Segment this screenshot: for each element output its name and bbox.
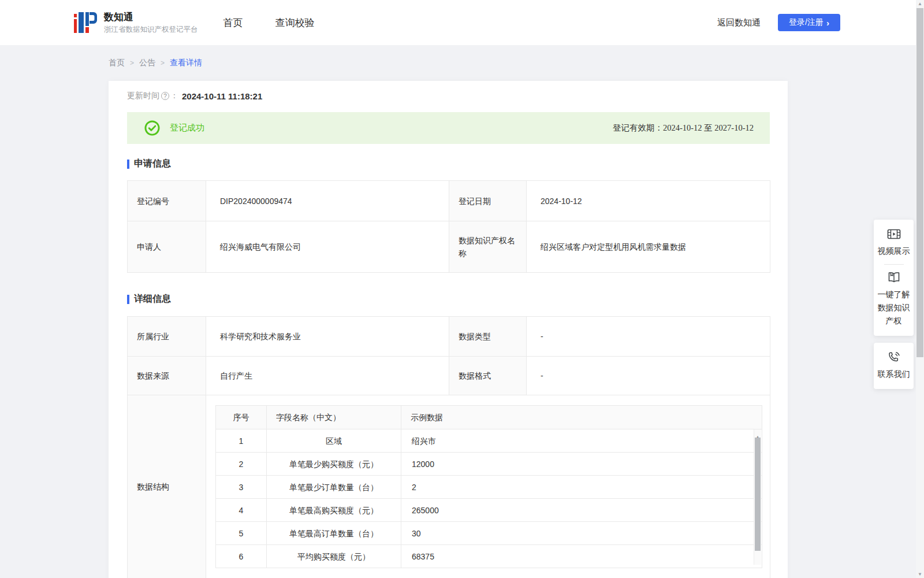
industry-value: 科学研究和技术服务业 bbox=[206, 317, 449, 357]
page-scrollbar[interactable]: ▲ ▼ bbox=[916, 0, 924, 578]
brand[interactable]: 数知通 浙江省数据知识产权登记平台 bbox=[74, 9, 198, 36]
breadcrumb-current: 查看详情 bbox=[170, 58, 202, 68]
learn-data-ip-button[interactable]: 一键了解数据知识产权 bbox=[877, 271, 910, 328]
breadcrumb-separator: > bbox=[130, 59, 134, 67]
reg-date-label: 登记日期 bbox=[449, 181, 527, 221]
top-header: 数知通 浙江省数据知识产权登记平台 首页 查询校验 返回数知通 登录/注册 › bbox=[0, 0, 924, 45]
reg-no-label: 登记编号 bbox=[128, 181, 206, 221]
video-demo-label: 视频展示 bbox=[877, 244, 910, 258]
detail-card: 更新时间 ? ： 2024-10-11 11:18:21 登记成功 登记有效期：… bbox=[109, 81, 788, 578]
data-source-value: 自行产生 bbox=[206, 357, 449, 395]
scrollbar-down-arrow-icon[interactable]: ▼ bbox=[916, 572, 924, 577]
chevron-right-icon: › bbox=[826, 18, 829, 27]
table-row: 登记编号 DIP2024000009474 登记日期 2024-10-12 bbox=[128, 181, 770, 221]
section-application-info: 申请信息 bbox=[127, 158, 171, 170]
breadcrumb-home[interactable]: 首页 bbox=[109, 58, 125, 68]
row-no: 3 bbox=[216, 476, 267, 499]
update-time-colon: ： bbox=[170, 91, 178, 101]
col-no: 序号 bbox=[216, 406, 267, 429]
application-info-table: 登记编号 DIP2024000009474 登记日期 2024-10-12 申请… bbox=[127, 180, 770, 273]
dip-name-value: 绍兴区域客户对定型机用风机需求量数据 bbox=[527, 221, 770, 273]
table-row: 1 区域 绍兴市 bbox=[216, 429, 762, 453]
table-row: 2 单笔最少购买额度（元） 12000 bbox=[216, 453, 762, 476]
applicant-value: 绍兴海威电气有限公司 bbox=[206, 221, 449, 273]
section-application-title: 申请信息 bbox=[134, 158, 171, 170]
inner-table-scrollbar[interactable]: ▲ bbox=[754, 429, 761, 565]
back-to-shuzhitong-link[interactable]: 返回数知通 bbox=[717, 17, 761, 28]
phone-icon bbox=[887, 351, 901, 364]
row-no: 5 bbox=[216, 522, 267, 545]
update-time-value: 2024-10-11 11:18:21 bbox=[182, 91, 262, 101]
breadcrumb-separator: > bbox=[161, 59, 165, 67]
data-type-value: - bbox=[527, 317, 770, 357]
header-right: 返回数知通 登录/注册 › bbox=[717, 14, 840, 31]
contact-us-label: 联系我们 bbox=[877, 368, 910, 381]
table-header-row: 序号 字段名称（中文） 示例数据 bbox=[216, 406, 762, 429]
update-time-row: 更新时间 ? ： 2024-10-11 11:18:21 bbox=[127, 91, 262, 101]
brand-title: 数知通 bbox=[104, 11, 198, 24]
nav-query-verify[interactable]: 查询校验 bbox=[275, 16, 315, 29]
inner-scrollbar-thumb[interactable] bbox=[755, 438, 761, 551]
breadcrumb-announcement[interactable]: 公告 bbox=[139, 58, 155, 68]
table-row: 3 单笔最少订单数量（台） 2 bbox=[216, 476, 762, 499]
status-text: 登记成功 bbox=[170, 123, 204, 134]
table-row: 6 平均购买额度（元） 68375 bbox=[216, 545, 762, 568]
validity-label: 登记有效期： bbox=[613, 123, 663, 132]
data-structure-cell: 序号 字段名称（中文） 示例数据 1 区域 绍兴市 2 bbox=[206, 395, 770, 578]
data-format-label: 数据格式 bbox=[449, 357, 527, 395]
main-nav: 首页 查询校验 bbox=[223, 16, 315, 29]
row-no: 1 bbox=[216, 429, 267, 453]
update-time-label: 更新时间 bbox=[127, 91, 159, 101]
row-field: 单笔最高订单数量（台） bbox=[267, 522, 401, 545]
data-structure-table: 序号 字段名称（中文） 示例数据 1 区域 绍兴市 2 bbox=[215, 405, 762, 568]
registration-success-banner: 登记成功 登记有效期：2024-10-12 至 2027-10-12 bbox=[127, 112, 770, 144]
data-type-label: 数据类型 bbox=[449, 317, 527, 357]
table-row: 数据来源 自行产生 数据格式 - bbox=[128, 357, 770, 395]
row-field: 单笔最少订单数量（台） bbox=[267, 476, 401, 499]
login-register-button[interactable]: 登录/注册 › bbox=[778, 14, 840, 31]
login-register-label: 登录/注册 bbox=[789, 17, 824, 28]
data-structure-table-wrap: 序号 字段名称（中文） 示例数据 1 区域 绍兴市 2 bbox=[215, 405, 762, 568]
reg-date-value: 2024-10-12 bbox=[527, 181, 770, 221]
table-row: 所属行业 科学研究和技术服务业 数据类型 - bbox=[128, 317, 770, 357]
section-accent-bar bbox=[127, 160, 129, 169]
industry-label: 所属行业 bbox=[128, 317, 206, 357]
detail-info-table: 所属行业 科学研究和技术服务业 数据类型 - 数据来源 自行产生 数据格式 - … bbox=[127, 316, 770, 578]
brand-text: 数知通 浙江省数据知识产权登记平台 bbox=[104, 11, 198, 35]
row-no: 6 bbox=[216, 545, 267, 568]
section-accent-bar bbox=[127, 295, 129, 304]
validity-period: 登记有效期：2024-10-12 至 2027-10-12 bbox=[613, 123, 754, 134]
col-field-name: 字段名称（中文） bbox=[267, 406, 401, 429]
page-scrollbar-thumb[interactable] bbox=[916, 8, 923, 357]
data-source-label: 数据来源 bbox=[128, 357, 206, 395]
row-sample: 12000 bbox=[401, 453, 762, 476]
table-row: 数据结构 序号 字段名称（中文） 示例数据 1 区域 bbox=[128, 395, 770, 578]
scrollbar-up-arrow-icon[interactable]: ▲ bbox=[916, 1, 924, 6]
brand-logo-icon bbox=[74, 9, 97, 36]
section-detail-title: 详细信息 bbox=[134, 293, 171, 305]
validity-value: 2024-10-12 至 2027-10-12 bbox=[663, 123, 754, 132]
video-demo-button[interactable]: 视频展示 bbox=[877, 228, 910, 258]
row-sample: 2 bbox=[401, 476, 762, 499]
nav-home[interactable]: 首页 bbox=[223, 16, 243, 29]
learn-data-ip-label: 一键了解数据知识产权 bbox=[877, 288, 910, 328]
row-field: 单笔最高购买额度（元） bbox=[267, 499, 401, 522]
page: 数知通 浙江省数据知识产权登记平台 首页 查询校验 返回数知通 登录/注册 › … bbox=[0, 0, 924, 578]
row-sample: 30 bbox=[401, 522, 762, 545]
success-check-icon bbox=[144, 120, 160, 136]
reg-no-value: DIP2024000009474 bbox=[206, 181, 449, 221]
col-sample-data: 示例数据 bbox=[401, 406, 762, 429]
table-row: 4 单笔最高购买额度（元） 265000 bbox=[216, 499, 762, 522]
row-field: 单笔最少购买额度（元） bbox=[267, 453, 401, 476]
video-icon bbox=[887, 228, 901, 240]
table-row: 5 单笔最高订单数量（台） 30 bbox=[216, 522, 762, 545]
divider bbox=[884, 264, 904, 265]
contact-us-button[interactable]: 联系我们 bbox=[874, 343, 914, 389]
book-icon bbox=[887, 271, 901, 284]
dip-name-label: 数据知识产权名称 bbox=[449, 221, 527, 273]
section-detail-info: 详细信息 bbox=[127, 293, 171, 305]
table-row: 申请人 绍兴海威电气有限公司 数据知识产权名称 绍兴区域客户对定型机用风机需求量… bbox=[128, 221, 770, 273]
applicant-label: 申请人 bbox=[128, 221, 206, 273]
help-icon[interactable]: ? bbox=[161, 92, 169, 100]
row-sample: 265000 bbox=[401, 499, 762, 522]
